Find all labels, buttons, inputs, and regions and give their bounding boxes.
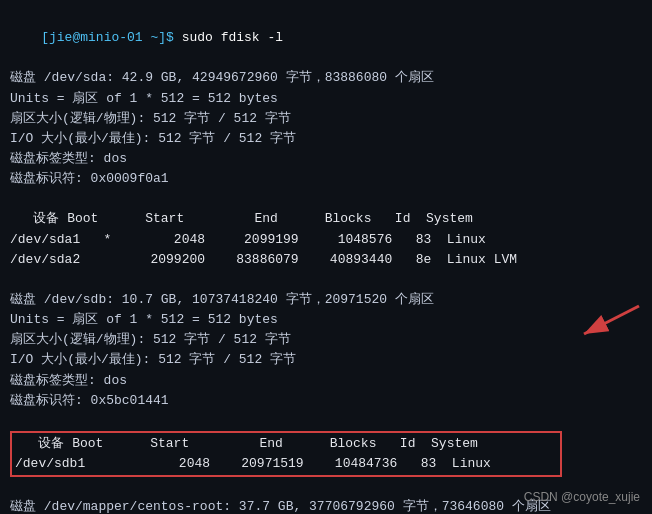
sdb-info-1: 磁盘 /dev/sdb: 10.7 GB, 10737418240 字节，209… bbox=[10, 290, 642, 310]
sda-sector-size: 扇区大小(逻辑/物理): 512 字节 / 512 字节 bbox=[10, 109, 642, 129]
sdb-io-size: I/O 大小(最小/最佳): 512 字节 / 512 字节 bbox=[10, 350, 642, 370]
prompt: [jie@minio-01 ~]$ bbox=[41, 30, 174, 45]
terminal-window: [jie@minio-01 ~]$ sudo fdisk -l 磁盘 /dev/… bbox=[0, 0, 652, 514]
red-arrow bbox=[554, 296, 644, 351]
sda-info-1: 磁盘 /dev/sda: 42.9 GB, 42949672960 字节，838… bbox=[10, 68, 642, 88]
sda-gap2 bbox=[10, 270, 642, 290]
svg-line-1 bbox=[584, 306, 639, 334]
sdb-gap1 bbox=[10, 411, 642, 431]
sda-gap1 bbox=[10, 189, 642, 209]
command: sudo fdisk -l bbox=[174, 30, 283, 45]
sdb-label-type: 磁盘标签类型: dos bbox=[10, 371, 642, 391]
sda-col-header: 设备 Boot Start End Blocks Id System bbox=[10, 209, 642, 229]
sda1-row: /dev/sda1 * 2048 2099199 1048576 83 Linu… bbox=[10, 230, 642, 250]
sdb-col-header: 设备 Boot Start End Blocks Id System bbox=[15, 434, 557, 454]
sda-units: Units = 扇区 of 1 * 512 = 512 bytes bbox=[10, 89, 642, 109]
sdb-sector-size: 扇区大小(逻辑/物理): 512 字节 / 512 字节 bbox=[10, 330, 642, 350]
highlighted-section: 设备 Boot Start End Blocks Id System /dev/… bbox=[10, 431, 562, 477]
command-line: [jie@minio-01 ~]$ sudo fdisk -l bbox=[10, 8, 642, 68]
sda-label-type: 磁盘标签类型: dos bbox=[10, 149, 642, 169]
sda-io-size: I/O 大小(最小/最佳): 512 字节 / 512 字节 bbox=[10, 129, 642, 149]
sdb-units: Units = 扇区 of 1 * 512 = 512 bytes bbox=[10, 310, 642, 330]
sda2-row: /dev/sda2 2099200 83886079 40893440 8e L… bbox=[10, 250, 642, 270]
sda-identifier: 磁盘标识符: 0x0009f0a1 bbox=[10, 169, 642, 189]
sdb1-row: /dev/sdb1 2048 20971519 10484736 83 Linu… bbox=[15, 454, 557, 474]
watermark: CSDN @coyote_xujie bbox=[524, 490, 640, 504]
sdb-identifier: 磁盘标识符: 0x5bc01441 bbox=[10, 391, 642, 411]
